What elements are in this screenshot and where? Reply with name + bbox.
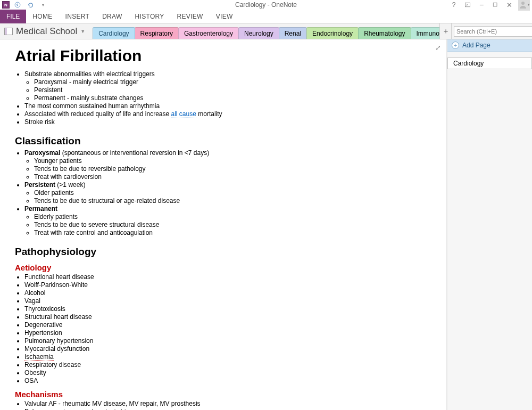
- svg-rect-2: [493, 3, 497, 6]
- mechanisms-list[interactable]: Valvular AF - rheumatic MV disease, MV r…: [24, 400, 431, 410]
- list-item[interactable]: Treat with rate control and anticoagulat…: [34, 229, 431, 236]
- notebook-icon: [4, 28, 13, 35]
- chevron-down-icon: ▼: [80, 29, 85, 34]
- list-item[interactable]: Elderly patients: [34, 213, 431, 220]
- heading-pathophysiology[interactable]: Pathophysiology: [15, 246, 431, 258]
- section-tab[interactable]: Renal: [279, 27, 307, 39]
- back-button[interactable]: [13, 1, 22, 9]
- list-item[interactable]: Younger patients: [34, 157, 431, 165]
- minimize-button[interactable]: −: [477, 1, 486, 9]
- add-page-button[interactable]: + Add Page: [447, 39, 532, 52]
- section-tab[interactable]: Endocrinology: [306, 27, 359, 39]
- add-section-button[interactable]: ＋: [439, 23, 451, 39]
- page-item[interactable]: Cardiology: [447, 58, 532, 69]
- page-pane: + Add Page Cardiology: [447, 39, 532, 410]
- list-item[interactable]: Older patients: [34, 189, 431, 196]
- page-title[interactable]: Atrial Fibrillation: [15, 47, 431, 65]
- list-item[interactable]: Paroxysmal - mainly electrical trigger: [34, 78, 431, 86]
- section-tab[interactable]: Immunology: [411, 27, 439, 39]
- intro-list[interactable]: Substrate abnormalities with electrical …: [24, 70, 431, 126]
- account-avatar[interactable]: ▾: [518, 0, 530, 11]
- list-item[interactable]: Degenerative: [24, 321, 431, 329]
- notebook-dropdown[interactable]: Medical School ▼: [0, 23, 90, 39]
- list-item[interactable]: Associated with reduced quality of life …: [24, 110, 431, 118]
- section-tab[interactable]: Gastroenterology: [178, 27, 239, 39]
- qat-customize-button[interactable]: ▾: [38, 1, 48, 9]
- heading-classification[interactable]: Classification: [15, 135, 431, 147]
- title-bar: N ▾ Cardiology - OneNote ? − ✕ ▾: [0, 0, 532, 10]
- undo-button[interactable]: [26, 1, 35, 9]
- list-item[interactable]: Persistent (>1 week)Older patientsTends …: [24, 181, 431, 204]
- list-item[interactable]: Permanent - mainly substrate changes: [34, 94, 431, 102]
- list-item[interactable]: Pulmonary hypertension: [24, 337, 431, 345]
- app-icon: N: [2, 1, 10, 9]
- list-item[interactable]: Obesity: [24, 369, 431, 376]
- search-box[interactable]: 🔍 ▾: [451, 23, 532, 39]
- list-item[interactable]: OSA: [24, 377, 431, 384]
- list-item[interactable]: Tends to be due to severe structural dis…: [34, 221, 431, 228]
- ribbon: FILE HOME INSERT DRAW HISTORY REVIEW VIE…: [0, 10, 532, 23]
- list-item[interactable]: Paroxysmal (spontaneous or interventiona…: [24, 149, 431, 181]
- list-item[interactable]: Thyrotoxicosis: [24, 305, 431, 313]
- list-item[interactable]: Myocardial dysfunction: [24, 345, 431, 352]
- heading-aetiology[interactable]: Aetiology: [15, 263, 431, 272]
- list-item[interactable]: Tends to be due to reversible pathology: [34, 165, 431, 173]
- list-item[interactable]: Tends to be due to structural or age-rel…: [34, 197, 431, 204]
- list-item[interactable]: Wolff-Parkinson-White: [24, 281, 431, 289]
- list-item[interactable]: Treat with cardioversion: [34, 173, 431, 181]
- list-item[interactable]: PermanentElderly patientsTends to be due…: [24, 205, 431, 236]
- spellcheck-link[interactable]: all cause: [171, 110, 196, 118]
- list-item[interactable]: Vagal: [24, 297, 431, 305]
- section-tab[interactable]: Neurology: [238, 27, 279, 39]
- ribbon-tab-insert[interactable]: INSERT: [59, 10, 96, 23]
- aetiology-list[interactable]: Functional heart diseaseWolff-Parkinson-…: [24, 273, 431, 384]
- file-tab[interactable]: FILE: [0, 10, 26, 23]
- list-item[interactable]: Substrate abnormalities with electrical …: [24, 70, 431, 102]
- help-icon[interactable]: ?: [449, 1, 459, 9]
- svg-point-0: [15, 2, 20, 7]
- list-item[interactable]: Pulmonary veins promote ectopic triggers: [24, 408, 431, 410]
- list-item[interactable]: Respiratory disease: [24, 361, 431, 368]
- list-item[interactable]: Functional heart disease: [24, 273, 431, 281]
- maximize-button[interactable]: [491, 1, 500, 9]
- section-tab[interactable]: Rheumatology: [358, 27, 411, 39]
- section-tab[interactable]: Respiratory: [135, 27, 179, 39]
- list-item[interactable]: Alcohol: [24, 289, 431, 297]
- notebook-name: Medical School: [16, 26, 77, 37]
- list-item[interactable]: Hypertension: [24, 329, 431, 337]
- list-item[interactable]: Ischaemia: [24, 353, 431, 360]
- ribbon-tab-history[interactable]: HISTORY: [129, 10, 171, 23]
- list-item[interactable]: The most common sustained human arrhythm…: [24, 102, 431, 110]
- list-item[interactable]: Valvular AF - rheumatic MV disease, MV r…: [24, 400, 431, 407]
- list-item[interactable]: Persistent: [34, 86, 431, 94]
- fullpage-icon[interactable]: [463, 1, 472, 9]
- ribbon-tab-home[interactable]: HOME: [26, 10, 59, 23]
- spellcheck-error[interactable]: Ischaemia: [24, 353, 54, 361]
- list-item[interactable]: Structural heart disease: [24, 313, 431, 321]
- list-item[interactable]: Stroke risk: [24, 118, 431, 126]
- page-editor[interactable]: ⤢ Atrial Fibrillation Substrate abnormal…: [0, 39, 447, 410]
- ribbon-tab-review[interactable]: REVIEW: [171, 10, 210, 23]
- heading-mechanisms[interactable]: Mechanisms: [15, 390, 431, 399]
- ribbon-tab-view[interactable]: VIEW: [210, 10, 239, 23]
- svg-point-3: [521, 2, 525, 5]
- section-bar: Medical School ▼ CardiologyRespiratoryGa…: [0, 23, 532, 39]
- search-input[interactable]: [454, 26, 532, 37]
- classification-list[interactable]: Paroxysmal (spontaneous or interventiona…: [24, 149, 431, 236]
- section-tab[interactable]: Cardiology: [93, 27, 135, 39]
- ribbon-tab-draw[interactable]: DRAW: [96, 10, 128, 23]
- plus-icon: +: [452, 42, 459, 49]
- expand-page-icon[interactable]: ⤢: [435, 44, 441, 52]
- close-button[interactable]: ✕: [504, 1, 514, 9]
